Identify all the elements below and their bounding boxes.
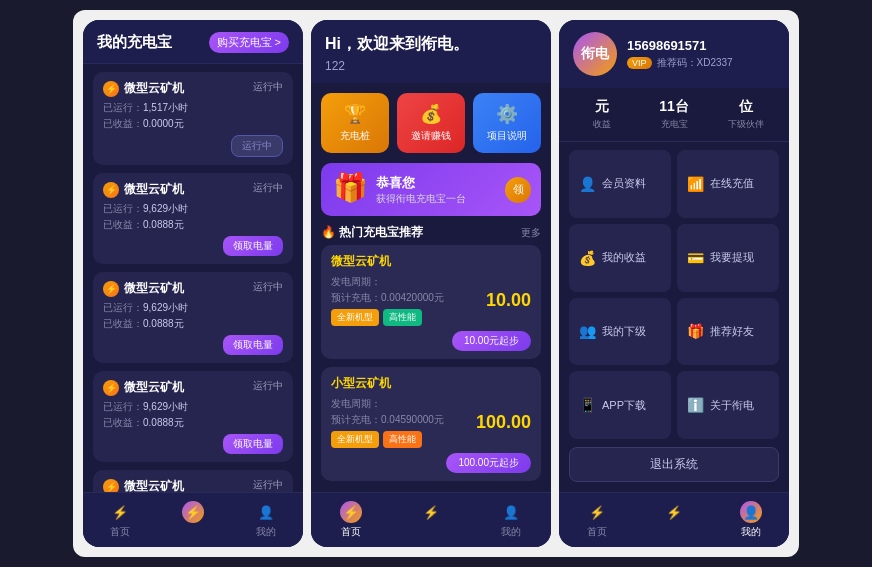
nav-item-mid-0[interactable]: ⚡ 首页 bbox=[311, 501, 391, 539]
nav-item-right-2[interactable]: 👤 我的 bbox=[712, 501, 789, 539]
hot-header: 🔥 热门充电宝推荐 更多 bbox=[311, 224, 551, 245]
nav-item-left-0[interactable]: ⚡ 首页 bbox=[83, 501, 156, 539]
tag: 高性能 bbox=[383, 309, 422, 326]
hot-title: 🔥 热门充电宝推荐 bbox=[321, 224, 423, 241]
menu-icon: 🎁 bbox=[687, 323, 704, 339]
miner-action: 领取电量 bbox=[103, 434, 283, 454]
stat-item-0: 元 收益 bbox=[569, 98, 636, 131]
vip-badge: VIP bbox=[627, 57, 652, 69]
menu-item-1[interactable]: 📶 在线充值 bbox=[677, 150, 779, 218]
collect-button[interactable]: 领取电量 bbox=[223, 236, 283, 256]
treasure-icon: 🎁 bbox=[333, 171, 368, 204]
nav-item-mid-2[interactable]: 👤 我的 bbox=[471, 501, 551, 539]
app-wrapper: 我的充电宝 购买充电宝 > ⚡ 微型云矿机 运行中 已运行：1,517小时 已收… bbox=[73, 10, 799, 557]
product-cycle: 发电周期： bbox=[331, 397, 476, 411]
menu-item-4[interactable]: 👥 我的下级 bbox=[569, 298, 671, 366]
miner-earnings: 已收益：0.0888元 bbox=[103, 416, 283, 430]
right-header: 衔电 15698691571 VIP 推荐码：XD2337 bbox=[559, 20, 789, 88]
congrats-banner: 🎁 恭喜您 获得衔电充电宝一台 领 bbox=[321, 163, 541, 216]
miner-status: 运行中 bbox=[253, 280, 283, 294]
menu-icon: ℹ️ bbox=[687, 397, 704, 413]
action-btn-label: 项目说明 bbox=[487, 129, 527, 143]
start-button[interactable]: 10.00元起步 bbox=[452, 331, 531, 351]
stat-label: 下级伙伴 bbox=[712, 118, 779, 131]
nav-label: 我的 bbox=[501, 525, 521, 539]
stat-value: 位 bbox=[712, 98, 779, 116]
user-info: 15698691571 VIP 推荐码：XD2337 bbox=[627, 38, 775, 70]
product-card-1: 小型云矿机 发电周期： 预计充电：0.04590000元 全新机型高性能 100… bbox=[321, 367, 541, 481]
miner-icon: ⚡ bbox=[103, 182, 119, 198]
miner-earnings: 已收益：0.0888元 bbox=[103, 317, 283, 331]
menu-label: 我的收益 bbox=[602, 250, 646, 265]
product-row: 发电周期： 预计充电：0.00420000元 全新机型高性能 10.00 bbox=[331, 275, 531, 326]
menu-item-0[interactable]: 👤 会员资料 bbox=[569, 150, 671, 218]
collect-button[interactable]: 领取电量 bbox=[223, 335, 283, 355]
collect-button[interactable]: 领取电量 bbox=[223, 434, 283, 454]
nav-item-left-2[interactable]: 👤 我的 bbox=[230, 501, 303, 539]
menu-icon: 👥 bbox=[579, 323, 596, 339]
menu-label: 会员资料 bbox=[602, 176, 646, 191]
congrats-title: 恭喜您 bbox=[376, 174, 466, 192]
miner-action: 领取电量 bbox=[103, 236, 283, 256]
menu-item-5[interactable]: 🎁 推荐好友 bbox=[677, 298, 779, 366]
nav-icon: ⚡ bbox=[420, 501, 442, 523]
left-header: 我的充电宝 购买充电宝 > bbox=[83, 20, 303, 64]
congrats-button[interactable]: 领 bbox=[505, 177, 531, 203]
menu-label: 我要提现 bbox=[710, 250, 754, 265]
product-info: 发电周期： 预计充电：0.00420000元 全新机型高性能 bbox=[331, 275, 486, 326]
product-charge: 预计充电：0.04590000元 bbox=[331, 413, 476, 427]
miner-earnings: 已收益：0.0000元 bbox=[103, 117, 283, 131]
nav-label: 首页 bbox=[341, 525, 361, 539]
action-button-1[interactable]: 💰 邀请赚钱 bbox=[397, 93, 465, 153]
menu-label: 在线充值 bbox=[710, 176, 754, 191]
congrats-sub: 获得衔电充电宝一台 bbox=[376, 192, 466, 206]
miner-card: ⚡ 微型云矿机 运行中 已运行：9,629小时 已收益：0.0888元 领取电量 bbox=[93, 371, 293, 462]
action-btn-icon: 💰 bbox=[420, 103, 442, 125]
mid-bottom-nav: ⚡ 首页 ⚡ 👤 我的 bbox=[311, 492, 551, 547]
nav-label: 我的 bbox=[256, 525, 276, 539]
miner-action: 领取电量 bbox=[103, 335, 283, 355]
miner-icon: ⚡ bbox=[103, 380, 119, 396]
miner-card: ⚡ 微型云矿机 运行中 已运行：9,629小时 已收益：0.0888元 领取电量 bbox=[93, 470, 293, 492]
nav-icon: 👤 bbox=[255, 501, 277, 523]
nav-item-right-1[interactable]: ⚡ bbox=[636, 501, 713, 539]
more-link[interactable]: 更多 bbox=[521, 226, 541, 240]
right-bottom-nav: ⚡ 首页 ⚡ 👤 我的 bbox=[559, 492, 789, 547]
nav-item-mid-1[interactable]: ⚡ bbox=[391, 501, 471, 539]
miner-list: ⚡ 微型云矿机 运行中 已运行：1,517小时 已收益：0.0000元 运行中 … bbox=[83, 64, 303, 492]
miner-icon: ⚡ bbox=[103, 479, 119, 493]
product-action: 100.00元起步 bbox=[331, 452, 531, 473]
product-title: 小型云矿机 bbox=[331, 375, 531, 392]
menu-item-6[interactable]: 📱 APP下载 bbox=[569, 371, 671, 439]
logout-button[interactable]: 退出系统 bbox=[569, 447, 779, 482]
running-button[interactable]: 运行中 bbox=[231, 135, 283, 157]
menu-item-3[interactable]: 💳 我要提现 bbox=[677, 224, 779, 292]
action-button-0[interactable]: 🏆 充电桩 bbox=[321, 93, 389, 153]
miner-runtime: 已运行：9,629小时 bbox=[103, 202, 283, 216]
menu-item-7[interactable]: ℹ️ 关于衔电 bbox=[677, 371, 779, 439]
nav-label: 首页 bbox=[110, 525, 130, 539]
nav-item-left-1[interactable]: ⚡ bbox=[156, 501, 229, 539]
miner-action: 运行中 bbox=[103, 135, 283, 157]
menu-icon: 👤 bbox=[579, 176, 596, 192]
action-btn-icon: 🏆 bbox=[344, 103, 366, 125]
nav-icon: ⚡ bbox=[340, 501, 362, 523]
greeting-text: Hi，欢迎来到衔电。 bbox=[325, 34, 537, 55]
miner-earnings: 已收益：0.0888元 bbox=[103, 218, 283, 232]
product-price: 100.00 bbox=[476, 412, 531, 433]
menu-item-2[interactable]: 💰 我的收益 bbox=[569, 224, 671, 292]
product-price: 10.00 bbox=[486, 290, 531, 311]
mid-content: 🏆 充电桩 💰 邀请赚钱 ⚙️ 项目说明 🎁 恭喜您 获得衔电充电宝一台 领 🔥… bbox=[311, 83, 551, 492]
product-tags: 全新机型高性能 bbox=[331, 431, 476, 448]
menu-grid: 👤 会员资料 📶 在线充值 💰 我的收益 💳 我要提现 👥 我的下级 🎁 推荐好… bbox=[559, 142, 789, 447]
nav-item-right-0[interactable]: ⚡ 首页 bbox=[559, 501, 636, 539]
miner-status: 运行中 bbox=[253, 478, 283, 492]
buy-button[interactable]: 购买充电宝 > bbox=[209, 32, 289, 53]
miner-icon: ⚡ bbox=[103, 81, 119, 97]
action-button-2[interactable]: ⚙️ 项目说明 bbox=[473, 93, 541, 153]
stat-value: 元 bbox=[569, 98, 636, 116]
menu-icon: 💳 bbox=[687, 250, 704, 266]
start-button[interactable]: 100.00元起步 bbox=[446, 453, 531, 473]
product-title: 微型云矿机 bbox=[331, 253, 531, 270]
left-bottom-nav: ⚡ 首页 ⚡ 👤 我的 bbox=[83, 492, 303, 547]
